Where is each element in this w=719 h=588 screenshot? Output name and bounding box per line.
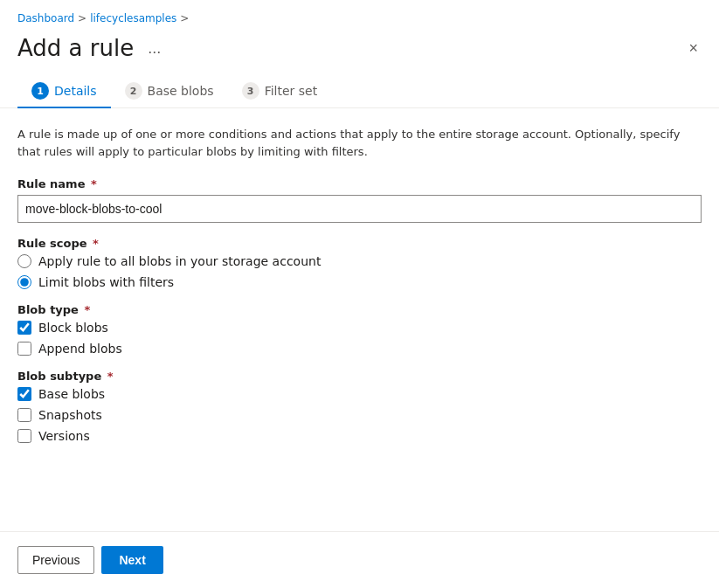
rule-scope-label: Rule scope * (17, 237, 702, 250)
blob-subtype-label: Blob subtype * (17, 370, 702, 383)
ellipsis-button[interactable]: ... (142, 38, 166, 59)
tab-base-blobs-label: Base blobs (148, 84, 214, 98)
rule-scope-group: Rule scope * Apply rule to all blobs in … (17, 237, 702, 289)
rule-name-input[interactable] (17, 195, 702, 223)
rule-name-group: Rule name * (17, 177, 702, 223)
blob-type-group: Blob type * Block blobs Append blobs (17, 303, 702, 356)
required-star-name: * (86, 177, 96, 190)
tab-filter-set-number: 3 (242, 82, 259, 100)
previous-button[interactable]: Previous (17, 546, 94, 574)
checkbox-block-blobs-input[interactable] (17, 321, 31, 335)
radio-limit-blobs[interactable]: Limit blobs with filters (17, 275, 702, 289)
page-header: Add a rule ... × (0, 31, 719, 75)
required-star-subtype: * (103, 370, 113, 383)
blob-type-label: Blob type * (17, 303, 702, 316)
page-title-row: Add a rule ... (17, 35, 166, 61)
checkbox-snapshots-input[interactable] (17, 408, 31, 422)
checkbox-append-blobs-input[interactable] (17, 342, 31, 356)
rule-name-label: Rule name * (17, 177, 702, 190)
blob-subtype-group: Blob subtype * Base blobs Snapshots Vers… (17, 370, 702, 443)
radio-all-blobs[interactable]: Apply rule to all blobs in your storage … (17, 254, 702, 268)
radio-limit-blobs-label: Limit blobs with filters (38, 275, 174, 289)
checkbox-versions[interactable]: Versions (17, 429, 702, 443)
radio-all-blobs-label: Apply rule to all blobs in your storage … (38, 254, 321, 268)
tab-base-blobs-number: 2 (125, 82, 142, 100)
blob-type-checkbox-group: Block blobs Append blobs (17, 321, 702, 356)
add-rule-panel: Dashboard > lifecyclesamples > Add a rul… (0, 0, 719, 588)
page-title: Add a rule (17, 35, 134, 61)
checkbox-base-blobs-label: Base blobs (38, 387, 105, 401)
checkbox-append-blobs-label: Append blobs (38, 342, 122, 356)
next-button[interactable]: Next (101, 546, 162, 574)
tabs-container: 1 Details 2 Base blobs 3 Filter set (0, 75, 719, 108)
breadcrumb-lifecyclesamples[interactable]: lifecyclesamples (90, 12, 176, 24)
checkbox-versions-input[interactable] (17, 429, 31, 443)
tab-filter-set-label: Filter set (265, 84, 318, 98)
blob-subtype-checkbox-group: Base blobs Snapshots Versions (17, 387, 702, 443)
required-star-type: * (80, 303, 90, 316)
checkbox-snapshots-label: Snapshots (38, 408, 102, 422)
tab-details-number: 1 (31, 82, 49, 100)
breadcrumb: Dashboard > lifecyclesamples > (0, 0, 719, 31)
rule-scope-radio-group: Apply rule to all blobs in your storage … (17, 254, 702, 289)
footer: Previous Next (0, 531, 719, 588)
breadcrumb-sep-1: > (78, 12, 86, 24)
description-text: A rule is made up of one or more conditi… (17, 126, 702, 160)
radio-limit-blobs-input[interactable] (17, 275, 31, 289)
content-area: A rule is made up of one or more conditi… (0, 108, 719, 531)
checkbox-append-blobs[interactable]: Append blobs (17, 342, 702, 356)
tab-details-label: Details (54, 84, 97, 98)
checkbox-block-blobs-label: Block blobs (38, 321, 108, 335)
checkbox-base-blobs[interactable]: Base blobs (17, 387, 702, 401)
breadcrumb-sep-2: > (180, 12, 189, 24)
radio-all-blobs-input[interactable] (17, 254, 31, 268)
required-star-scope: * (89, 237, 99, 250)
checkbox-snapshots[interactable]: Snapshots (17, 408, 702, 422)
tab-filter-set[interactable]: 3 Filter set (228, 75, 332, 108)
checkbox-block-blobs[interactable]: Block blobs (17, 321, 702, 335)
checkbox-versions-label: Versions (38, 429, 90, 443)
close-button[interactable]: × (685, 37, 702, 59)
checkbox-base-blobs-input[interactable] (17, 387, 31, 401)
tab-details[interactable]: 1 Details (17, 75, 111, 108)
breadcrumb-dashboard[interactable]: Dashboard (17, 12, 74, 24)
tab-base-blobs[interactable]: 2 Base blobs (111, 75, 228, 108)
